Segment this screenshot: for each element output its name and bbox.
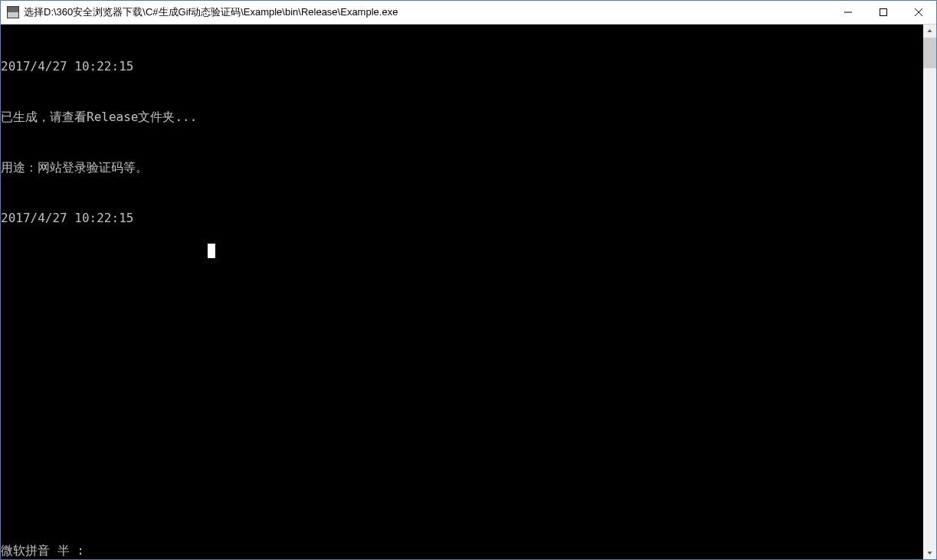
close-icon — [915, 8, 922, 16]
console-content[interactable]: 2017/4/27 10:22:15 已生成，请查看Release文件夹... … — [1, 25, 923, 559]
chevron-up-icon — [927, 28, 932, 34]
console-line: 2017/4/27 10:22:15 — [1, 210, 923, 227]
console-window: 选择D:\360安全浏览器下载\C#生成Gif动态验证码\Example\bin… — [0, 0, 937, 560]
scroll-track[interactable] — [923, 38, 936, 546]
scroll-up-button[interactable] — [923, 25, 936, 38]
scroll-down-button[interactable] — [923, 546, 936, 559]
vertical-scrollbar[interactable] — [923, 25, 936, 559]
scroll-thumb[interactable] — [923, 38, 936, 68]
console-line: 已生成，请查看Release文件夹... — [1, 109, 923, 126]
svg-marker-5 — [928, 552, 932, 555]
chevron-down-icon — [927, 550, 932, 555]
titlebar[interactable]: 选择D:\360安全浏览器下载\C#生成Gif动态验证码\Example\bin… — [1, 1, 936, 25]
console-area[interactable]: 2017/4/27 10:22:15 已生成，请查看Release文件夹... … — [1, 25, 936, 559]
window-controls — [831, 1, 936, 24]
text-cursor — [208, 244, 215, 258]
console-line: 用途：网站登录验证码等。 — [1, 159, 923, 176]
window-title: 选择D:\360安全浏览器下载\C#生成Gif动态验证码\Example\bin… — [24, 5, 831, 19]
minimize-icon — [844, 8, 852, 16]
ime-status-line: 微软拼音 半 : — [1, 542, 84, 559]
maximize-icon — [880, 8, 887, 16]
maximize-button[interactable] — [866, 1, 901, 24]
svg-rect-1 — [880, 9, 887, 16]
svg-marker-4 — [928, 29, 932, 32]
console-line: 2017/4/27 10:22:15 — [1, 58, 923, 75]
minimize-button[interactable] — [831, 1, 866, 24]
app-icon — [7, 6, 19, 18]
close-button[interactable] — [901, 1, 936, 24]
